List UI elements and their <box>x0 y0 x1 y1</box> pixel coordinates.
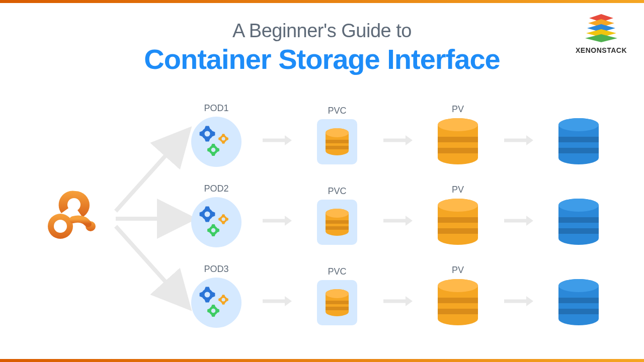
svg-marker-15 <box>526 135 533 145</box>
svg-marker-27 <box>526 296 533 306</box>
page-subtitle: A Beginner's Guide to <box>0 20 644 42</box>
pod-node: POD2 <box>186 184 247 247</box>
pv-node: PV <box>428 185 488 246</box>
pv-icon <box>436 118 479 166</box>
storage-spacer <box>577 104 580 115</box>
storage-node <box>548 185 609 246</box>
storage-icon <box>557 198 600 246</box>
pod-icon <box>191 278 242 328</box>
orchestrator-icon <box>45 184 111 251</box>
storage-spacer <box>577 185 580 195</box>
pod-icon <box>191 117 242 167</box>
storage-spacer <box>577 265 580 276</box>
pod-label: POD3 <box>204 264 228 275</box>
pvc-node: PVC <box>307 106 367 164</box>
diagram-row: POD3 PVC PV <box>186 264 609 328</box>
pvc-icon <box>317 280 357 325</box>
arrow-icon <box>262 133 292 148</box>
svg-marker-21 <box>526 216 533 226</box>
pvc-node: PVC <box>307 186 367 245</box>
pod-label: POD2 <box>204 184 228 194</box>
bottom-accent-bar <box>0 359 644 362</box>
arrow-icon <box>382 133 413 148</box>
svg-marker-13 <box>406 135 413 145</box>
arrow-icon <box>503 213 533 228</box>
svg-line-9 <box>116 226 181 299</box>
pod-icon <box>191 197 242 247</box>
diagram-row: POD2 PVC PV <box>186 184 609 247</box>
arrow-icon <box>503 294 533 309</box>
pv-icon <box>436 279 479 327</box>
arrow-icon <box>382 294 413 309</box>
pv-node: PV <box>428 104 488 166</box>
arrow-icon <box>262 294 292 309</box>
pod-node: POD1 <box>186 103 247 167</box>
pv-label: PV <box>452 185 464 195</box>
page-heading: A Beginner's Guide to Container Storage … <box>0 20 644 75</box>
branch-arrows <box>111 123 196 314</box>
svg-line-7 <box>116 138 181 211</box>
diagram-row: POD1 PVC PV <box>186 103 609 167</box>
pv-label: PV <box>452 104 464 115</box>
pvc-icon <box>317 200 357 245</box>
arrow-icon <box>503 133 533 148</box>
pvc-label: PVC <box>328 106 346 116</box>
storage-icon <box>557 118 600 166</box>
arrow-icon <box>382 213 413 228</box>
svg-marker-23 <box>285 296 292 306</box>
page-title: Container Storage Interface <box>0 43 644 75</box>
storage-node <box>548 265 609 327</box>
arrow-icon <box>262 213 292 228</box>
storage-node <box>548 104 609 166</box>
pod-node: POD3 <box>186 264 247 328</box>
pvc-icon <box>317 119 357 164</box>
top-accent-bar <box>0 0 644 3</box>
svg-marker-19 <box>406 216 413 226</box>
pvc-node: PVC <box>307 266 367 325</box>
pvc-label: PVC <box>328 186 346 197</box>
pod-label: POD1 <box>204 103 228 114</box>
pvc-label: PVC <box>328 266 346 277</box>
pv-icon <box>436 198 479 246</box>
pv-label: PV <box>452 265 464 276</box>
csi-diagram: POD1 PVC PV <box>45 98 599 344</box>
svg-marker-25 <box>406 296 413 306</box>
storage-icon <box>557 279 600 327</box>
svg-marker-11 <box>285 135 292 145</box>
svg-marker-17 <box>285 216 292 226</box>
pv-node: PV <box>428 265 488 327</box>
